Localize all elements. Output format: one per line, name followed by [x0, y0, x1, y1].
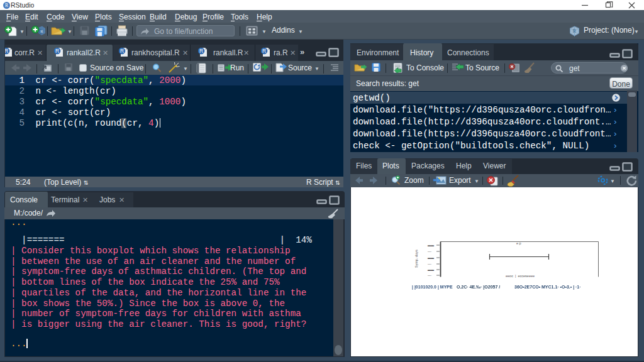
svg-text:R: R	[120, 48, 124, 54]
svg-text:O.2C· 4E.‰· |O2057 /: O.2C· 4E.‰· |O2057 /	[455, 285, 500, 290]
svg-text:e p: e p	[516, 241, 521, 245]
svg-text:·1·: ·1·	[575, 285, 581, 289]
svg-text:▬▬: ▬▬	[428, 256, 434, 260]
svg-text:▬▬: ▬▬	[428, 268, 434, 272]
svg-text:R: R	[262, 48, 266, 54]
svg-text:Symp. days: Symp. days	[414, 250, 418, 268]
svg-text:—·: —·	[428, 262, 432, 266]
svg-text:▬▬: ▬▬	[428, 243, 434, 247]
svg-text:R: R	[573, 28, 577, 34]
svg-text:36O•2E7CO• MYC1.1· •O•3.• |: 36O•2E7CO• MYC1.1· •O•3.• |	[514, 285, 574, 290]
svg-text:R: R	[5, 3, 8, 8]
svg-text:R: R	[55, 48, 59, 54]
svg-text:R: R	[40, 29, 43, 34]
svg-text:R: R	[199, 48, 203, 54]
svg-text:—·: —·	[428, 250, 432, 253]
svg-text:eeoc | ecceseeee: eeoc | ecceseeee	[506, 274, 535, 278]
svg-text:—·: —·	[428, 273, 432, 277]
svg-text:| |0101020.0 | MYPE: | |0101020.0 | MYPE	[412, 285, 453, 290]
